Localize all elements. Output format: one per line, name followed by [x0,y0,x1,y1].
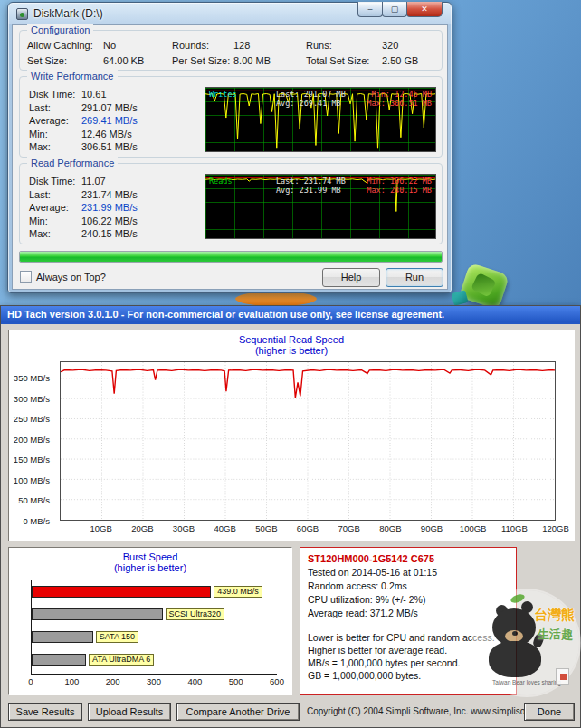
wallpaper-green-gem-core [471,273,497,298]
stat-row: Max:306.51 MB/s [29,140,197,154]
info-line: Tested on 2014-05-16 at 01:15 [308,566,509,580]
sequential-read-line [61,362,555,520]
drive-model: ST120HM000-1G5142 C675 [308,552,509,566]
wallpaper-teal-shape [451,290,468,306]
write-graph-avg: Avg: 269.41 MB [276,99,341,108]
x-tick-label: 400 [187,676,202,686]
stat-label: Average: [29,114,81,128]
done-button[interactable]: Done [524,703,575,721]
stat-row: Rounds:128 [172,39,306,52]
x-tick-label: 40GB [214,523,236,533]
stat-row: Min:12.46 MB/s [29,128,197,141]
stat-value: 12.46 MB/s [81,128,132,141]
stat-label: Per Set Size: [172,54,233,67]
stat-row: Max:240.15 MB/s [29,227,197,241]
x-tick-label: 50GB [255,523,277,533]
x-tick-label: 80GB [379,523,401,533]
compare-another-drive-button[interactable]: Compare Another Drive [176,703,300,721]
stat-value: 240.15 MB/s [81,227,138,241]
write-performance-groupbox: Write Performance Disk Time:10.61Last:29… [19,76,443,158]
sequential-read-x-axis: 10GB20GB30GB40GB50GB60GB70GB80GB90GB100G… [60,523,556,534]
y-tick-label: 250 MB/s [14,414,50,424]
burst-bar-label: SCSI Ultra320 [166,608,225,620]
write-graph-max: Max: 306.51 MB [367,99,432,108]
write-graph-series-label: Writes [209,90,237,99]
stat-label: Min: [29,128,81,141]
burst-bar [32,631,93,643]
bear-nose-icon [512,631,518,636]
burst-speed-subtitle: (higher is better) [9,562,291,573]
x-tick-label: 100 [64,676,79,686]
stat-row: Set Size:64.00 KB [27,54,172,67]
sequential-read-y-axis: 350 MB/s300 MB/s250 MB/s200 MB/s150 MB/s… [9,361,54,521]
diskmark-app-icon [16,8,28,20]
read-stats: Disk Time:11.07Last:231.74 MB/sAverage:2… [29,175,197,241]
write-stats: Disk Time:10.61Last:291.07 MB/sAverage:2… [29,88,197,154]
stat-value: 306.51 MB/s [81,140,138,154]
stat-value: 231.74 MB/s [81,188,138,202]
run-button[interactable]: Run [386,268,443,287]
burst-bar-row: SCSI Ultra320 [32,603,277,626]
burst-bar-label: 439.0 MB/s [214,586,262,598]
stat-label: Average: [29,201,81,215]
stat-value: No [103,39,116,52]
save-results-button[interactable]: Save Results [8,703,82,721]
write-performance-legend: Write Performance [27,70,118,82]
stat-label: Disk Time: [29,175,81,188]
burst-bar-row: SATA 150 [32,626,277,648]
y-tick-label: 350 MB/s [14,373,50,383]
configuration-legend: Configuration [27,24,93,36]
diskmark-titlebar[interactable]: DiskMark (D:\) – ▢ ✕ [8,3,452,24]
read-performance-legend: Read Performance [27,157,118,169]
read-graph-min: Min: 106.22 MB [367,177,432,186]
hdtach-window-title: HD Tach version 3.0.1.0 - For non-commer… [7,309,444,320]
burst-speed-title: Burst Speed [9,551,291,562]
stat-label: Max: [29,140,81,154]
x-tick-label: 10GB [90,523,112,533]
stat-value: 291.07 MB/s [81,101,138,115]
stat-label: Last: [29,101,81,115]
stat-row: Disk Time:10.61 [29,88,197,101]
read-performance-groupbox: Read Performance Disk Time:11.07Last:231… [19,163,443,244]
y-tick-label: 150 MB/s [14,455,50,465]
upload-results-button[interactable]: Upload Results [88,703,171,721]
burst-speed-plot: 439.0 MB/sSCSI Ultra320SATA 150ATA Ultra… [31,580,277,675]
burst-bar [32,586,211,598]
diskmark-client-area: Configuration Allow Caching:NoRounds:128… [12,24,448,290]
help-button[interactable]: Help [322,268,380,287]
y-tick-label: 200 MB/s [14,434,50,444]
blog-watermark: 台灣熊 生活趣 Taiwan Bear loves sharing [474,589,581,703]
stat-value: 2.50 GB [382,54,418,67]
x-tick-label: 300 [147,676,161,686]
bear-body-icon [489,641,541,677]
stat-label: Rounds: [172,39,233,52]
stat-row: Min:106.22 MB/s [29,215,197,228]
always-on-top-label: Always on Top? [36,272,106,283]
x-tick-label: 500 [229,676,243,686]
stat-row: Average:269.41 MB/s [29,114,197,128]
stat-row: Average:231.99 MB/s [29,201,197,215]
sequential-read-chart-panel: Sequential Read Speed (higher is better)… [8,330,575,541]
minimize-icon[interactable]: – [357,2,383,17]
stat-row: Allow Caching:No [27,39,172,52]
x-tick-label: 20GB [131,523,153,533]
x-tick-label: 90GB [421,523,443,533]
read-graph-last: Last: 231.74 MB [276,177,346,186]
wallpaper-green-gem-logo [459,263,510,310]
hdtach-titlebar[interactable]: HD Tach version 3.0.1.0 - For non-commer… [1,306,580,324]
stat-value: 64.00 KB [103,54,144,67]
x-tick-label: 600 [270,676,284,686]
close-icon[interactable]: ✕ [406,2,443,17]
configuration-groupbox: Configuration Allow Caching:NoRounds:128… [19,30,443,71]
y-tick-label: 300 MB/s [14,393,50,403]
y-tick-label: 100 MB/s [14,474,50,484]
stat-label: Disk Time: [29,88,81,101]
maximize-icon[interactable]: ▢ [382,2,407,17]
stat-value: 10.61 [81,88,107,101]
read-graph-series-label: Reads [209,177,233,186]
stat-row: Total Set Size:2.50 GB [306,54,436,67]
x-tick-label: 110GB [501,523,528,533]
stat-row: Disk Time:11.07 [29,175,197,188]
always-on-top-checkbox[interactable] [20,271,32,283]
write-graph-last: Last: 291.07 MB [276,90,346,99]
